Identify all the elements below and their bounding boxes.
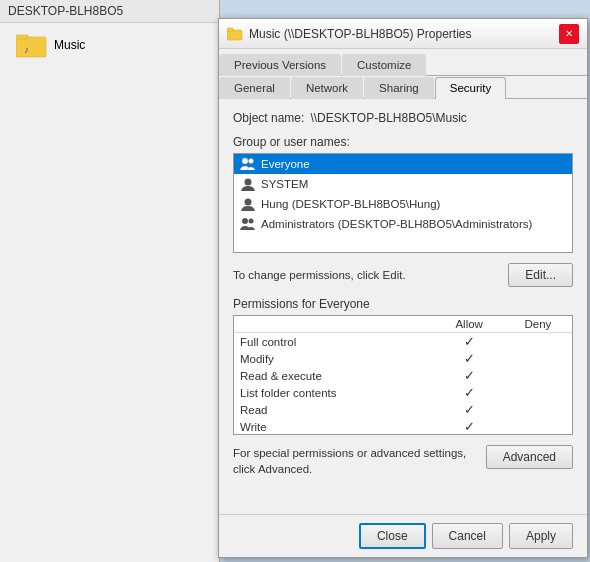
group-label: Group or user names: <box>233 135 573 149</box>
edit-row: To change permissions, click Edit. Edit.… <box>233 263 573 287</box>
permission-deny-cell <box>504 367 572 384</box>
permission-row: Read✓ <box>234 401 572 418</box>
allow-checkmark: ✓ <box>464 368 475 383</box>
user-item-system[interactable]: SYSTEM <box>234 174 572 194</box>
allow-checkmark: ✓ <box>464 402 475 417</box>
svg-point-6 <box>249 159 254 164</box>
title-bar-left: Music (\\DESKTOP-BLH8BO5) Properties <box>227 27 472 41</box>
dialog-title: Music (\\DESKTOP-BLH8BO5) Properties <box>249 27 472 41</box>
tab-sharing[interactable]: Sharing <box>364 77 434 99</box>
permission-name: Read <box>234 401 435 418</box>
permissions-label: Permissions for Everyone <box>233 297 573 311</box>
perm-col-deny: Deny <box>504 316 572 333</box>
svg-point-5 <box>242 158 248 164</box>
advanced-text: For special permissions or advanced sett… <box>233 445 476 477</box>
music-folder-label: Music <box>54 38 85 52</box>
title-bar: Music (\\DESKTOP-BLH8BO5) Properties ✕ <box>219 19 587 49</box>
tab-previous-versions[interactable]: Previous Versions <box>219 54 341 76</box>
folder-icon: ♪ <box>16 31 48 59</box>
permission-allow-cell: ✓ <box>435 333 504 351</box>
apply-button[interactable]: Apply <box>509 523 573 549</box>
dialog-content: Object name: \\DESKTOP-BLH8BO5\Music Gro… <box>219 99 587 505</box>
user-everyone-icon <box>240 156 256 172</box>
tab-customize[interactable]: Customize <box>342 54 426 76</box>
close-button[interactable]: Close <box>359 523 426 549</box>
svg-point-9 <box>242 218 248 224</box>
permission-allow-cell: ✓ <box>435 401 504 418</box>
close-window-button[interactable]: ✕ <box>559 24 579 44</box>
permission-deny-cell <box>504 418 572 435</box>
permission-name: Write <box>234 418 435 435</box>
tab-network[interactable]: Network <box>291 77 363 99</box>
properties-dialog: Music (\\DESKTOP-BLH8BO5) Properties ✕ P… <box>218 18 588 558</box>
perm-col-allow: Allow <box>435 316 504 333</box>
object-name-row: Object name: \\DESKTOP-BLH8BO5\Music <box>233 111 573 125</box>
permission-row: Modify✓ <box>234 350 572 367</box>
permission-row: Read & execute✓ <box>234 367 572 384</box>
title-folder-icon <box>227 27 243 41</box>
user-item-hung[interactable]: Hung (DESKTOP-BLH8BO5\Hung) <box>234 194 572 214</box>
svg-point-8 <box>245 199 252 206</box>
permission-deny-cell <box>504 384 572 401</box>
svg-rect-3 <box>227 30 242 40</box>
permission-name: List folder contents <box>234 384 435 401</box>
explorer-tree-item[interactable]: DESKTOP-BLH8BO5 <box>0 0 219 23</box>
user-list[interactable]: Everyone SYSTEM Hung (DESKTOP-BLH8BO5\Hu… <box>233 153 573 253</box>
permission-name: Read & execute <box>234 367 435 384</box>
svg-point-10 <box>249 219 254 224</box>
allow-checkmark: ✓ <box>464 334 475 349</box>
svg-rect-4 <box>227 28 233 31</box>
allow-checkmark: ✓ <box>464 385 475 400</box>
edit-button[interactable]: Edit... <box>508 263 573 287</box>
permission-deny-cell <box>504 333 572 351</box>
svg-rect-1 <box>16 35 28 39</box>
user-system-icon <box>240 176 256 192</box>
tabs-row-1: Previous Versions Customize <box>219 49 587 76</box>
permission-deny-cell <box>504 401 572 418</box>
tabs-row-2: General Network Sharing Security <box>219 76 587 99</box>
permission-name: Full control <box>234 333 435 351</box>
permission-row: Write✓ <box>234 418 572 435</box>
user-hung-icon <box>240 196 256 212</box>
permission-row: List folder contents✓ <box>234 384 572 401</box>
perm-col-name <box>234 316 435 333</box>
user-hung-label: Hung (DESKTOP-BLH8BO5\Hung) <box>261 198 440 210</box>
permission-allow-cell: ✓ <box>435 367 504 384</box>
user-item-everyone[interactable]: Everyone <box>234 154 572 174</box>
user-item-admins[interactable]: Administrators (DESKTOP-BLH8BO5\Administ… <box>234 214 572 234</box>
user-admins-label: Administrators (DESKTOP-BLH8BO5\Administ… <box>261 218 532 230</box>
cancel-button[interactable]: Cancel <box>432 523 503 549</box>
permission-allow-cell: ✓ <box>435 418 504 435</box>
user-system-label: SYSTEM <box>261 178 308 190</box>
allow-checkmark: ✓ <box>464 419 475 434</box>
svg-text:♪: ♪ <box>24 44 29 55</box>
svg-rect-0 <box>16 37 46 57</box>
permissions-table: Allow Deny Full control✓Modify✓Read & ex… <box>234 316 572 435</box>
permission-deny-cell <box>504 350 572 367</box>
advanced-button[interactable]: Advanced <box>486 445 573 469</box>
desktop-label: DESKTOP-BLH8BO5 <box>8 4 123 18</box>
object-name-label: Object name: <box>233 111 304 125</box>
user-admins-icon <box>240 216 256 232</box>
bottom-buttons: Close Cancel Apply <box>219 514 587 557</box>
change-permissions-text: To change permissions, click Edit. <box>233 269 406 281</box>
music-folder-item[interactable]: ♪ Music <box>0 23 219 67</box>
permission-name: Modify <box>234 350 435 367</box>
tab-general[interactable]: General <box>219 77 290 99</box>
allow-checkmark: ✓ <box>464 351 475 366</box>
user-everyone-label: Everyone <box>261 158 310 170</box>
advanced-section: For special permissions or advanced sett… <box>233 445 573 477</box>
permission-allow-cell: ✓ <box>435 350 504 367</box>
tab-security[interactable]: Security <box>435 77 507 99</box>
permission-allow-cell: ✓ <box>435 384 504 401</box>
explorer-panel: DESKTOP-BLH8BO5 ♪ Music <box>0 0 220 562</box>
permission-row: Full control✓ <box>234 333 572 351</box>
permissions-table-wrapper[interactable]: Allow Deny Full control✓Modify✓Read & ex… <box>233 315 573 435</box>
object-name-value: \\DESKTOP-BLH8BO5\Music <box>310 111 467 125</box>
svg-point-7 <box>245 179 252 186</box>
